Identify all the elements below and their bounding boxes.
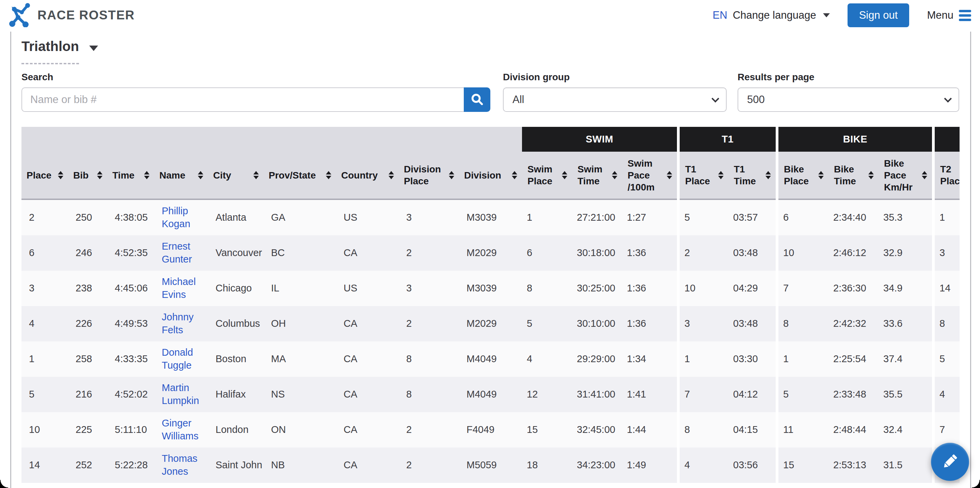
sort-icon [562, 171, 567, 179]
cell-t1-place: 5 [680, 200, 729, 235]
cell-prov-state: BC [264, 235, 336, 271]
sort-icon [818, 171, 824, 179]
column-header-city[interactable]: City [208, 152, 264, 199]
cell-t1-place: 4 [680, 448, 729, 483]
event-selector-dropdown[interactable]: Triathlon [21, 39, 98, 64]
cell-city: Chicago [208, 271, 264, 306]
column-header-division-place[interactable]: Division Place [399, 152, 459, 199]
cell-city: London [208, 412, 264, 448]
table-row: 8 [935, 306, 959, 341]
cell-city: Halifax [208, 377, 264, 412]
table-row: 12584:33:35Donald TuggleBostonMACA8M4049 [21, 341, 522, 377]
column-header-bib[interactable]: Bib [68, 152, 107, 199]
cell-division-place: 8 [399, 341, 459, 377]
column-header-name[interactable]: Name [154, 152, 208, 199]
column-header-prov-state[interactable]: Prov/State [264, 152, 336, 199]
cell-division-place: 8 [399, 377, 459, 412]
column-header-t2-place[interactable]: T2 Place [935, 152, 959, 199]
column-header-swim-pace[interactable]: Swim Pace /100m [622, 152, 677, 199]
cell-time: 4:52:02 [107, 377, 154, 412]
cell-t2-place: 8 [935, 306, 959, 341]
t1-group-header: T1 [680, 127, 776, 152]
race-roster-logo-icon [9, 2, 31, 29]
athlete-link[interactable]: Ernest Gunter [162, 240, 208, 266]
section-overall: Place Bib Time Name City Prov/State Coun… [21, 127, 522, 483]
table-row: 52:33:4835.5 [778, 377, 932, 412]
cell-place: 2 [21, 200, 68, 235]
cell-swim-pace: 1:49 [622, 448, 677, 483]
section-bike: BIKE Bike Place Bike Time Bike Pace Km/H… [778, 127, 932, 483]
sign-out-button[interactable]: Sign out [848, 3, 910, 27]
table-row: 4 [935, 377, 959, 412]
athlete-link[interactable]: Donald Tuggle [162, 346, 208, 372]
athlete-link[interactable]: Martin Lumpkin [162, 382, 208, 407]
table-row: 303:48 [680, 306, 776, 341]
cell-bike-place: 8 [778, 306, 829, 341]
column-header-swim-place[interactable]: Swim Place [522, 152, 572, 199]
division-group-select[interactable]: All [503, 87, 727, 112]
cell-place: 6 [21, 235, 68, 271]
table-row: 152:53:1331.5 [778, 448, 932, 483]
column-header-bike-place[interactable]: Bike Place [778, 152, 829, 199]
athlete-link[interactable]: Ginger Williams [162, 417, 208, 442]
column-header-t1-time[interactable]: T1 Time [729, 152, 776, 199]
table-row: 102255:11:10Ginger WilliamsLondonONCA2F4… [21, 412, 522, 448]
results-per-page-select[interactable]: 500 [738, 87, 959, 112]
cell-country: US [336, 271, 399, 306]
header-row-swim: Swim Place Swim Time Swim Pace /100m [522, 152, 677, 200]
brand-name: RACE ROSTER [37, 8, 135, 22]
cell-bike-place: 10 [778, 235, 829, 271]
cell-bike-pace: 35.3 [878, 200, 932, 235]
cell-prov-state: MA [264, 341, 336, 377]
cell-t1-time: 03:57 [729, 200, 776, 235]
cell-division-place: 3 [399, 271, 459, 306]
edit-results-button[interactable] [931, 443, 969, 481]
cell-bike-place: 1 [778, 341, 829, 377]
column-header-division[interactable]: Division [459, 152, 522, 199]
search-button[interactable] [464, 87, 490, 112]
cell-t1-time: 03:48 [729, 306, 776, 341]
search-label: Search [21, 72, 490, 82]
cell-swim-time: 31:41:00 [572, 377, 622, 412]
table-row: 62464:52:35Ernest GunterVancouverBCCA2M2… [21, 235, 522, 271]
table-row: 1004:29 [680, 271, 776, 306]
column-header-t1-place[interactable]: T1 Place [680, 152, 729, 199]
column-header-bike-pace[interactable]: Bike Pace Km/Hr [878, 152, 932, 199]
cell-swim-time: 30:10:00 [572, 306, 622, 341]
cell-t2-place: 5 [935, 341, 959, 377]
rows-bike: 62:34:4035.3102:46:1232.972:36:3034.982:… [778, 200, 932, 483]
athlete-link[interactable]: Thomas Jones [162, 452, 208, 478]
column-header-country[interactable]: Country [336, 152, 399, 199]
column-header-swim-time[interactable]: Swim Time [572, 152, 622, 199]
menu-button[interactable]: Menu [927, 9, 971, 21]
table-row: 42264:49:53Johnny FeltsColumbusOHCA2M202… [21, 306, 522, 341]
change-language-dropdown[interactable]: EN Change language [713, 9, 830, 21]
column-header-place[interactable]: Place [21, 152, 68, 199]
search-input[interactable] [21, 87, 464, 112]
cell-swim-time: 32:45:00 [572, 412, 622, 448]
athlete-link[interactable]: Johnny Felts [162, 311, 208, 336]
section-t1: T1 T1 Place T1 Time 503:57203:481004:293… [680, 127, 776, 483]
cell-place: 14 [21, 448, 68, 483]
cell-city: Vancouver [208, 235, 264, 271]
athlete-link[interactable]: Phillip Kogan [162, 205, 208, 230]
cell-bike-time: 2:53:13 [829, 448, 878, 483]
table-row: 1834:23:001:49 [522, 448, 677, 483]
table-row: 1231:41:001:41 [522, 377, 677, 412]
cell-swim-place: 4 [522, 341, 572, 377]
cell-bib: 216 [68, 377, 107, 412]
race-roster-logo[interactable]: RACE ROSTER [9, 2, 135, 29]
athlete-link[interactable]: Michael Evins [162, 276, 208, 301]
table-row: 3 [935, 235, 959, 271]
cell-division: M4049 [459, 377, 522, 412]
column-header-bike-time[interactable]: Bike Time [829, 152, 878, 199]
cell-country: CA [336, 306, 399, 341]
cell-division-place: 2 [399, 306, 459, 341]
sort-icon [388, 171, 394, 179]
cell-bike-place: 15 [778, 448, 829, 483]
column-header-time[interactable]: Time [107, 152, 154, 199]
top-nav-bar: RACE ROSTER EN Change language Sign out … [0, 0, 980, 31]
table-row: 503:57 [680, 200, 776, 235]
table-row: 1 [935, 200, 959, 235]
window-corner [972, 480, 980, 488]
